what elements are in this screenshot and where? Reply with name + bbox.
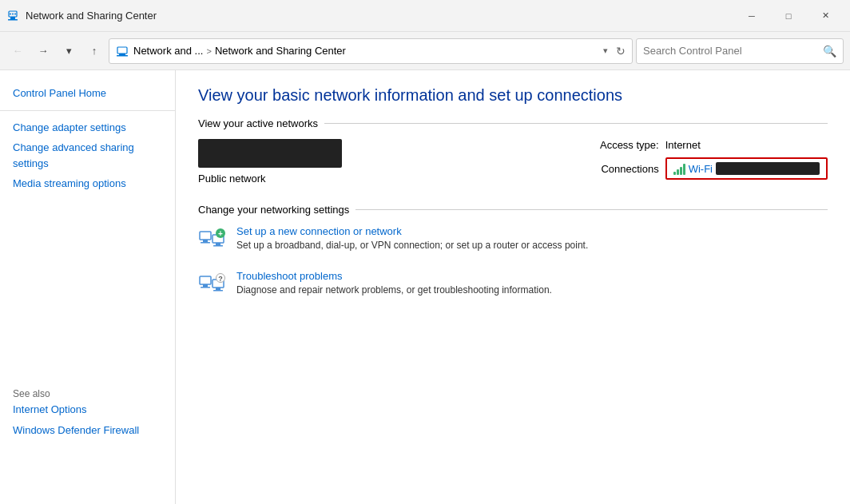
new-connection-svg: + xyxy=(198,225,227,254)
svg-point-3 xyxy=(10,13,11,14)
access-type-label: Access type: xyxy=(587,139,659,151)
breadcrumb-part1: Network and ... xyxy=(133,45,203,57)
search-input[interactable] xyxy=(643,45,818,57)
svg-point-5 xyxy=(14,13,16,14)
access-info: Access type: Internet Connections Wi-Fi xyxy=(587,139,828,180)
up-button[interactable]: ↑ xyxy=(83,40,105,62)
new-connection-link[interactable]: Set up a new connection or network xyxy=(236,225,588,237)
wifi-bar-4 xyxy=(683,164,685,175)
wifi-signal-icon xyxy=(673,162,685,175)
connection-box: Wi-Fi xyxy=(665,157,828,180)
svg-rect-21 xyxy=(216,288,220,290)
svg-rect-19 xyxy=(201,287,210,288)
new-connection-text: Set up a new connection or network Set u… xyxy=(236,225,588,251)
app-icon xyxy=(6,10,19,22)
sidebar-item-internet-options[interactable]: Internet Options xyxy=(0,399,176,420)
page-heading: View your basic network information and … xyxy=(198,86,828,105)
maximize-button[interactable]: □ xyxy=(770,0,807,32)
see-also-title: See also xyxy=(0,375,63,403)
section-divider xyxy=(324,123,828,124)
svg-rect-13 xyxy=(216,243,220,245)
sidebar-divider xyxy=(0,110,175,111)
svg-rect-18 xyxy=(203,284,208,287)
sidebar-item-change-adapter[interactable]: Change adapter settings xyxy=(0,117,175,138)
wifi-bar-2 xyxy=(677,169,679,175)
sidebar-item-advanced-sharing[interactable]: Change advanced sharing settings xyxy=(0,137,175,173)
address-bar[interactable]: Network and ... > Network and Sharing Ce… xyxy=(109,38,633,64)
titlebar: Network and Sharing Center ─ □ ✕ xyxy=(0,0,850,32)
address-dropdown-icon[interactable]: ▾ xyxy=(603,46,608,56)
sidebar-item-media-streaming[interactable]: Media streaming options xyxy=(0,173,175,194)
active-networks-content: Public network Access type: Internet Con… xyxy=(198,139,828,185)
sidebar-see-also: See also Internet Options Windows Defend… xyxy=(0,387,176,440)
window-title: Network and Sharing Center xyxy=(26,10,157,22)
section-divider-2 xyxy=(355,209,828,210)
wifi-bar-3 xyxy=(680,167,682,175)
address-icon xyxy=(116,45,129,58)
new-connection-desc: Set up a broadband, dial-up, or VPN conn… xyxy=(236,240,588,251)
access-type-value: Internet xyxy=(665,139,701,151)
connections-row: Connections Wi-Fi xyxy=(587,157,828,180)
content-area: View your basic network information and … xyxy=(176,70,850,504)
troubleshoot-icon: ? xyxy=(198,270,227,299)
wifi-name-redacted xyxy=(716,162,820,175)
svg-rect-11 xyxy=(201,242,210,244)
navbar: ← → ▾ ↑ Network and ... > Network and Sh… xyxy=(0,32,850,70)
new-connection-icon: + xyxy=(198,225,227,254)
svg-rect-9 xyxy=(200,232,211,240)
sidebar-item-control-panel-home[interactable]: Control Panel Home xyxy=(0,83,175,104)
svg-rect-2 xyxy=(8,19,18,21)
recent-locations-button[interactable]: ▾ xyxy=(58,40,80,62)
svg-rect-6 xyxy=(117,47,127,54)
change-settings-label: Change your networking settings xyxy=(198,204,349,216)
search-bar[interactable]: 🔍 xyxy=(636,38,844,64)
svg-rect-22 xyxy=(213,290,223,292)
svg-rect-1 xyxy=(10,17,15,19)
setting-item-new-connection: + Set up a new connection or network Set… xyxy=(198,225,828,254)
wifi-bar-1 xyxy=(673,172,676,175)
troubleshoot-link[interactable]: Troubleshoot problems xyxy=(236,270,552,282)
back-button[interactable]: ← xyxy=(6,40,29,62)
minimize-button[interactable]: ─ xyxy=(733,0,770,32)
change-settings-header: Change your networking settings xyxy=(198,204,828,216)
close-button[interactable]: ✕ xyxy=(807,0,844,32)
svg-rect-14 xyxy=(213,245,223,247)
sidebar-item-defender-firewall[interactable]: Windows Defender Firewall xyxy=(0,420,176,441)
main-layout: Control Panel Home Change adapter settin… xyxy=(0,70,850,504)
setting-item-troubleshoot: ? Troubleshoot problems Diagnose and rep… xyxy=(198,270,828,299)
forward-button[interactable]: → xyxy=(32,40,54,62)
access-type-row: Access type: Internet xyxy=(587,139,828,151)
svg-rect-10 xyxy=(203,240,208,242)
active-networks-label: View your active networks xyxy=(198,117,318,129)
refresh-button[interactable]: ↻ xyxy=(616,45,626,58)
breadcrumb: Network and ... > Network and Sharing Ce… xyxy=(133,45,595,57)
network-type: Public network xyxy=(198,173,587,185)
wifi-link[interactable]: Wi-Fi xyxy=(689,163,713,175)
troubleshoot-desc: Diagnose and repair network problems, or… xyxy=(236,284,552,296)
svg-rect-8 xyxy=(117,55,128,57)
window-controls: ─ □ ✕ xyxy=(733,0,844,32)
titlebar-left: Network and Sharing Center xyxy=(6,10,157,22)
networking-settings-section: Change your networking settings xyxy=(198,204,828,299)
network-name-redacted xyxy=(198,139,342,168)
svg-text:?: ? xyxy=(218,275,223,283)
svg-point-4 xyxy=(12,13,14,14)
troubleshoot-text: Troubleshoot problems Diagnose and repai… xyxy=(236,270,552,296)
active-networks-header: View your active networks xyxy=(198,117,828,129)
troubleshoot-svg: ? xyxy=(198,270,227,299)
svg-rect-17 xyxy=(200,276,211,284)
breadcrumb-separator: > xyxy=(206,46,211,56)
search-icon: 🔍 xyxy=(823,45,836,58)
breadcrumb-current: Network and Sharing Center xyxy=(215,45,346,57)
svg-rect-7 xyxy=(119,54,125,55)
connections-label: Connections xyxy=(587,163,659,175)
network-info: Public network xyxy=(198,139,587,185)
sidebar: Control Panel Home Change adapter settin… xyxy=(0,70,176,504)
svg-text:+: + xyxy=(218,229,223,238)
